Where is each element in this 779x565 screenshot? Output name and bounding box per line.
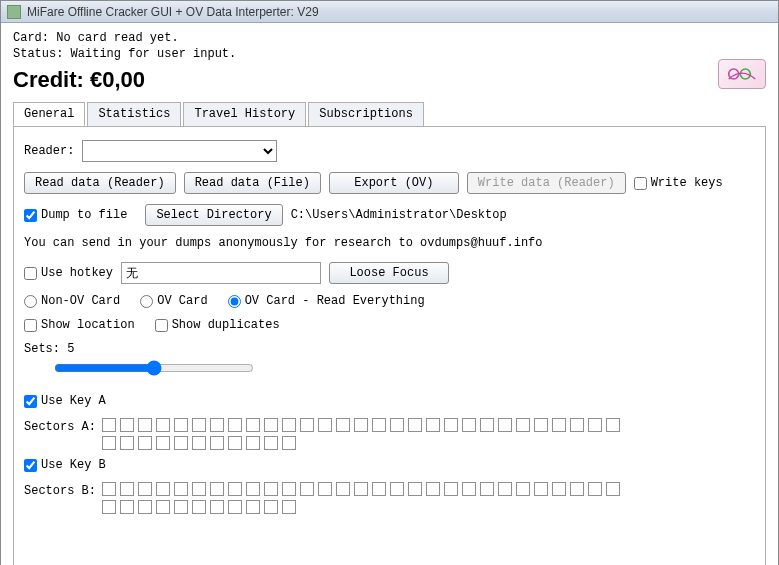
sector-b-36-checkbox[interactable] — [228, 500, 242, 514]
sector-b-12-checkbox[interactable] — [318, 482, 332, 496]
write-keys-checkbox[interactable] — [634, 177, 647, 190]
sector-a-32-checkbox[interactable] — [156, 436, 170, 450]
ov-radio-wrap[interactable]: OV Card — [140, 294, 207, 308]
use-key-b-wrap[interactable]: Use Key B — [24, 458, 106, 472]
sector-a-37-checkbox[interactable] — [246, 436, 260, 450]
read-data-reader-button[interactable]: Read data (Reader) — [24, 172, 176, 194]
use-key-a-wrap[interactable]: Use Key A — [24, 394, 106, 408]
sector-b-34-checkbox[interactable] — [192, 500, 206, 514]
sector-a-20-checkbox[interactable] — [462, 418, 476, 432]
sector-b-3-checkbox[interactable] — [156, 482, 170, 496]
sector-a-6-checkbox[interactable] — [210, 418, 224, 432]
sector-a-14-checkbox[interactable] — [354, 418, 368, 432]
export-ov-button[interactable]: Export (OV) — [329, 172, 459, 194]
sector-b-25-checkbox[interactable] — [552, 482, 566, 496]
sector-a-31-checkbox[interactable] — [138, 436, 152, 450]
sector-a-19-checkbox[interactable] — [444, 418, 458, 432]
sector-b-29-checkbox[interactable] — [102, 500, 116, 514]
sector-b-39-checkbox[interactable] — [282, 500, 296, 514]
sector-b-10-checkbox[interactable] — [282, 482, 296, 496]
sector-a-5-checkbox[interactable] — [192, 418, 206, 432]
sector-a-0-checkbox[interactable] — [102, 418, 116, 432]
sector-b-23-checkbox[interactable] — [516, 482, 530, 496]
sector-b-13-checkbox[interactable] — [336, 482, 350, 496]
reader-select[interactable] — [82, 140, 277, 162]
sector-b-38-checkbox[interactable] — [264, 500, 278, 514]
sector-b-14-checkbox[interactable] — [354, 482, 368, 496]
read-data-file-button[interactable]: Read data (File) — [184, 172, 321, 194]
show-location-wrap[interactable]: Show location — [24, 318, 135, 332]
sector-b-17-checkbox[interactable] — [408, 482, 422, 496]
sector-b-30-checkbox[interactable] — [120, 500, 134, 514]
sector-b-22-checkbox[interactable] — [498, 482, 512, 496]
sector-a-17-checkbox[interactable] — [408, 418, 422, 432]
dump-to-file-wrap[interactable]: Dump to file — [24, 208, 127, 222]
sector-b-6-checkbox[interactable] — [210, 482, 224, 496]
sector-b-8-checkbox[interactable] — [246, 482, 260, 496]
sector-b-7-checkbox[interactable] — [228, 482, 242, 496]
use-key-a-checkbox[interactable] — [24, 395, 37, 408]
sector-b-19-checkbox[interactable] — [444, 482, 458, 496]
sector-b-31-checkbox[interactable] — [138, 500, 152, 514]
sector-b-4-checkbox[interactable] — [174, 482, 188, 496]
sector-a-13-checkbox[interactable] — [336, 418, 350, 432]
tab-travel-history[interactable]: Travel History — [183, 102, 306, 126]
sets-slider[interactable] — [54, 360, 254, 376]
sector-b-5-checkbox[interactable] — [192, 482, 206, 496]
tab-statistics[interactable]: Statistics — [87, 102, 181, 126]
ov-radio[interactable] — [140, 295, 153, 308]
sector-a-1-checkbox[interactable] — [120, 418, 134, 432]
non-ov-radio-wrap[interactable]: Non-OV Card — [24, 294, 120, 308]
sector-b-1-checkbox[interactable] — [120, 482, 134, 496]
sector-a-2-checkbox[interactable] — [138, 418, 152, 432]
sector-a-24-checkbox[interactable] — [534, 418, 548, 432]
use-hotkey-wrap[interactable]: Use hotkey — [24, 266, 113, 280]
sector-b-16-checkbox[interactable] — [390, 482, 404, 496]
write-keys-checkbox-wrap[interactable]: Write keys — [634, 176, 723, 190]
sector-a-4-checkbox[interactable] — [174, 418, 188, 432]
sector-a-8-checkbox[interactable] — [246, 418, 260, 432]
use-key-b-checkbox[interactable] — [24, 459, 37, 472]
sector-a-12-checkbox[interactable] — [318, 418, 332, 432]
sector-a-11-checkbox[interactable] — [300, 418, 314, 432]
use-hotkey-checkbox[interactable] — [24, 267, 37, 280]
show-duplicates-checkbox[interactable] — [155, 319, 168, 332]
show-location-checkbox[interactable] — [24, 319, 37, 332]
dump-to-file-checkbox[interactable] — [24, 209, 37, 222]
tab-subscriptions[interactable]: Subscriptions — [308, 102, 424, 126]
sector-b-2-checkbox[interactable] — [138, 482, 152, 496]
sector-a-27-checkbox[interactable] — [588, 418, 602, 432]
sector-b-15-checkbox[interactable] — [372, 482, 386, 496]
sector-a-23-checkbox[interactable] — [516, 418, 530, 432]
sector-b-33-checkbox[interactable] — [174, 500, 188, 514]
sector-a-38-checkbox[interactable] — [264, 436, 278, 450]
show-duplicates-wrap[interactable]: Show duplicates — [155, 318, 280, 332]
sector-b-37-checkbox[interactable] — [246, 500, 260, 514]
sector-a-28-checkbox[interactable] — [606, 418, 620, 432]
sector-a-21-checkbox[interactable] — [480, 418, 494, 432]
sector-b-28-checkbox[interactable] — [606, 482, 620, 496]
tab-general[interactable]: General — [13, 102, 85, 126]
sector-a-33-checkbox[interactable] — [174, 436, 188, 450]
sector-a-22-checkbox[interactable] — [498, 418, 512, 432]
ov-everything-radio-wrap[interactable]: OV Card - Read Everything — [228, 294, 425, 308]
ov-everything-radio[interactable] — [228, 295, 241, 308]
sector-a-25-checkbox[interactable] — [552, 418, 566, 432]
sector-b-9-checkbox[interactable] — [264, 482, 278, 496]
sector-a-30-checkbox[interactable] — [120, 436, 134, 450]
sector-b-11-checkbox[interactable] — [300, 482, 314, 496]
sector-a-35-checkbox[interactable] — [210, 436, 224, 450]
sector-a-39-checkbox[interactable] — [282, 436, 296, 450]
sector-a-7-checkbox[interactable] — [228, 418, 242, 432]
sector-b-21-checkbox[interactable] — [480, 482, 494, 496]
hotkey-input[interactable] — [121, 262, 321, 284]
sector-a-15-checkbox[interactable] — [372, 418, 386, 432]
non-ov-radio[interactable] — [24, 295, 37, 308]
sector-a-26-checkbox[interactable] — [570, 418, 584, 432]
sector-a-18-checkbox[interactable] — [426, 418, 440, 432]
sector-a-9-checkbox[interactable] — [264, 418, 278, 432]
sector-a-16-checkbox[interactable] — [390, 418, 404, 432]
sector-b-27-checkbox[interactable] — [588, 482, 602, 496]
sector-a-34-checkbox[interactable] — [192, 436, 206, 450]
sector-b-26-checkbox[interactable] — [570, 482, 584, 496]
